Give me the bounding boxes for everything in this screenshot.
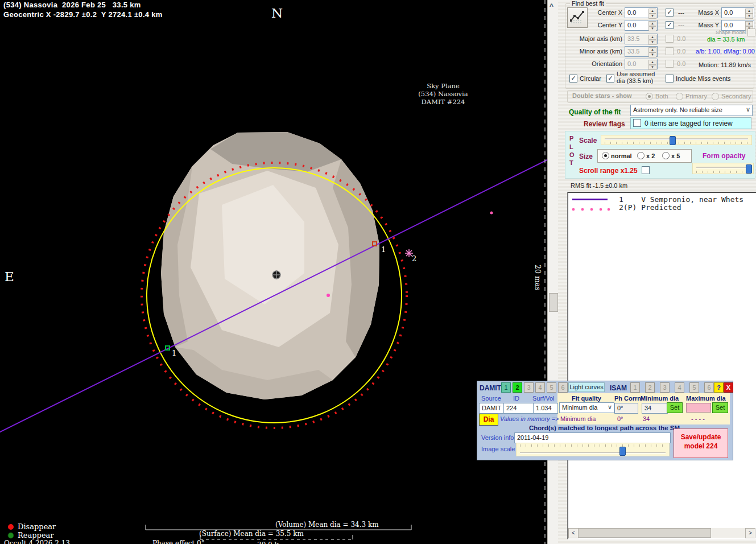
version-info-field[interactable]: 2011-04-19: [514, 432, 671, 443]
center-y-spinner[interactable]: ▲▼: [648, 21, 656, 30]
scale-slider[interactable]: [601, 135, 752, 145]
sky-plane-caption: Sky Plane (534) Nassovia DAMIT #224: [417, 82, 469, 106]
list-hscrollbar[interactable]: < >: [568, 528, 755, 538]
id-header: ID: [513, 395, 519, 402]
max-dia-field[interactable]: [686, 403, 711, 413]
damit-model-1-button[interactable]: 1: [501, 382, 511, 393]
canvas-vertical-scrollbar[interactable]: ^: [547, 0, 559, 544]
isam-2-button: 2: [645, 382, 655, 393]
mass-x-field[interactable]: 0.0▲▼: [721, 7, 754, 18]
isam-1-button: 1: [630, 382, 640, 393]
min-dia-set-button[interactable]: Set: [667, 402, 683, 413]
review-flags-checkbox[interactable]: [633, 119, 641, 127]
series1-line-swatch: [572, 199, 608, 200]
scale-slider-thumb[interactable]: [670, 136, 676, 145]
size-x2-label: x 2: [646, 153, 655, 159]
scale-label: Scale: [579, 137, 597, 145]
rms-fit-text: RMS fit -1.5 ±0.0 km: [571, 182, 627, 189]
find-best-fit-title: Find best fit: [570, 0, 606, 7]
form-opacity-thumb[interactable]: [746, 164, 752, 174]
size-normal-radio[interactable]: [602, 152, 609, 159]
surfvol-header: Surf/Vol: [532, 395, 555, 402]
predicted-dot: [490, 212, 493, 215]
damit-model-3-button: 3: [524, 382, 534, 393]
orientation-flag: 0.0: [677, 60, 685, 67]
series1-text[interactable]: 1 V Sempronio, near Whets: [619, 195, 743, 204]
mass-x-label: Mass X: [695, 9, 719, 16]
surface-dia-label: (Surface) Mean dia = 35.5 km: [199, 530, 304, 538]
size-normal-label: normal: [611, 153, 632, 159]
memory-min-dia: 34: [643, 415, 650, 422]
footer-scale-label: 30.0 k: [257, 541, 279, 544]
circular-checkbox[interactable]: [569, 75, 577, 83]
scroll-right-icon[interactable]: >: [745, 528, 755, 538]
scroll-left-icon[interactable]: <: [568, 528, 579, 538]
sky-plane-canvas: (534) Nassovia 2026 Feb 25 33.5 km Geoce…: [0, 0, 547, 544]
review-flags-text: 0 items are tagged for review: [645, 119, 733, 127]
major-axis-label: Major axis (km): [569, 35, 622, 42]
major-axis-checkbox: [666, 35, 674, 43]
damit-model-5-button: 5: [547, 382, 556, 393]
caption-line1: Sky Plane: [417, 82, 469, 90]
max-dia-set-button[interactable]: Set: [712, 402, 728, 413]
series2-dots-swatch: [571, 207, 611, 212]
image-scale-thumb[interactable]: [619, 447, 626, 456]
center-x-spinner[interactable]: ▲▼: [648, 9, 656, 17]
center-y-label: Center Y: [583, 22, 622, 28]
mass-x-spinner[interactable]: ▲▼: [745, 9, 753, 17]
minor-axis-checkbox: [666, 47, 674, 55]
isam-6-button: 6: [704, 382, 714, 393]
fit-quality-dropdown[interactable]: Minimum dia ∨: [559, 402, 614, 413]
plot-letter-l: L: [569, 143, 573, 150]
surfvol-field[interactable]: 1.034: [533, 403, 558, 414]
assumed-dia-checkbox[interactable]: [606, 75, 614, 83]
center-y-field[interactable]: 0.0▲▼: [625, 20, 658, 31]
chevron-down-icon[interactable]: ∨: [608, 403, 612, 411]
hscroll-thumb[interactable]: [578, 528, 711, 538]
isam-4-button: 4: [675, 382, 684, 393]
minor-axis-label: Minor axis (km): [569, 48, 622, 55]
damit-model-2-button[interactable]: 2: [513, 382, 522, 393]
fit-quality-header: Fit quality: [572, 395, 601, 402]
chevron-down-icon[interactable]: ∨: [746, 106, 750, 113]
size-x2-radio[interactable]: [637, 152, 645, 159]
center-x-flag: ---: [678, 9, 684, 16]
minor-axis-field: 33.5▲▼: [625, 46, 658, 57]
center-x-checkbox[interactable]: [666, 9, 674, 17]
isam-3-button: 3: [660, 382, 670, 393]
source-header: Source: [481, 395, 501, 402]
scroll-range-label: Scroll range x1.25: [579, 167, 638, 175]
miss-events-checkbox[interactable]: [666, 75, 674, 83]
scroll-range-checkbox[interactable]: [642, 166, 650, 174]
min-dia-field[interactable]: 34: [642, 403, 668, 414]
series2-text[interactable]: 2(P) Predicted: [619, 203, 681, 212]
image-scale-slider[interactable]: [516, 443, 670, 456]
memory-max-dia: - - - -: [691, 415, 705, 422]
size-x5-label: x 5: [671, 153, 680, 159]
form-opacity-slider[interactable]: [692, 163, 754, 174]
size-x5-radio[interactable]: [662, 152, 670, 159]
quality-dropdown[interactable]: Astrometry only. No reliable size ∨: [630, 105, 753, 116]
double-secondary-radio: [712, 93, 719, 100]
light-curves-button[interactable]: Light curves: [568, 382, 605, 392]
damit-title: DAMIT: [480, 384, 501, 392]
scroll-up-icon[interactable]: ^: [550, 2, 553, 10]
caption-line3: DAMIT #224: [417, 98, 469, 106]
save-update-button[interactable]: Save/update model 224: [674, 428, 728, 458]
series-listbox[interactable]: [567, 192, 756, 539]
east-label: E: [5, 269, 14, 284]
isam-title: ISAM: [610, 384, 627, 392]
memory-fit-quality: Minimum dia: [560, 415, 596, 422]
mas-scale-label: 20 mas: [534, 265, 542, 291]
help-button[interactable]: ?: [714, 382, 724, 393]
id-field[interactable]: 224: [503, 403, 534, 414]
quality-label: Quality of the fit: [569, 108, 621, 116]
major-axis-spinner: ▲▼: [648, 35, 656, 43]
station1-left-label: 1: [172, 349, 176, 357]
scrollbar-thumb[interactable]: [549, 293, 558, 312]
center-y-checkbox[interactable]: [666, 21, 674, 29]
close-button[interactable]: X: [724, 382, 733, 393]
source-field[interactable]: DAMIT: [479, 403, 506, 414]
center-x-field[interactable]: 0.0▲▼: [625, 7, 658, 18]
dia-button[interactable]: Dia: [479, 414, 498, 426]
